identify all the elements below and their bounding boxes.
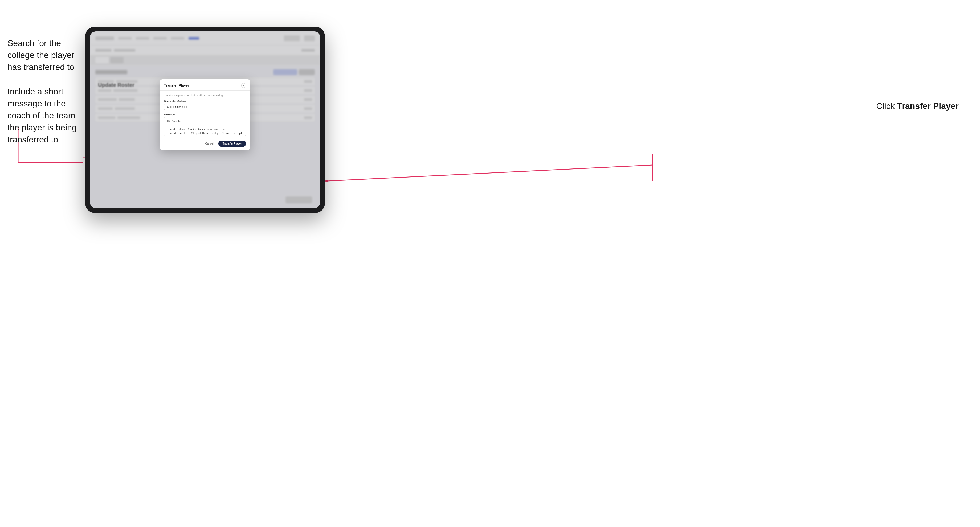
dialog-title: Transfer Player <box>164 83 189 87</box>
message-label: Message <box>164 113 246 116</box>
message-textarea[interactable]: Hi Coach, I understand Chris Robertson h… <box>164 117 246 136</box>
annotation-right: Click Transfer Player <box>877 101 959 111</box>
close-icon: × <box>243 84 245 87</box>
annotation-message-text: Include a short message to the coach of … <box>8 87 77 144</box>
svg-line-4 <box>328 165 652 181</box>
dialog-header: Transfer Player × <box>160 79 250 91</box>
search-college-input[interactable] <box>164 103 246 110</box>
dialog-subtitle: Transfer the player and their profile to… <box>164 94 246 97</box>
dialog-footer: Cancel Transfer Player <box>160 137 250 150</box>
ipad-frame: Update Roster Transfer Player × Transfer… <box>85 27 325 213</box>
dialog-close-button[interactable]: × <box>241 83 246 88</box>
cancel-button[interactable]: Cancel <box>203 141 216 146</box>
ipad-screen: Update Roster Transfer Player × Transfer… <box>90 32 320 208</box>
search-college-label: Search for College <box>164 100 246 103</box>
modal-overlay: Transfer Player × Transfer the player an… <box>90 32 320 208</box>
annotation-left: Search for the college the player has tr… <box>8 37 82 145</box>
transfer-player-dialog: Transfer Player × Transfer the player an… <box>160 79 250 150</box>
transfer-player-button[interactable]: Transfer Player <box>218 141 246 147</box>
dialog-body: Transfer the player and their profile to… <box>160 91 250 137</box>
annotation-click-text: Click <box>877 101 897 111</box>
annotation-search-text: Search for the college the player has tr… <box>8 38 74 72</box>
annotation-transfer-bold: Transfer Player <box>897 101 959 111</box>
